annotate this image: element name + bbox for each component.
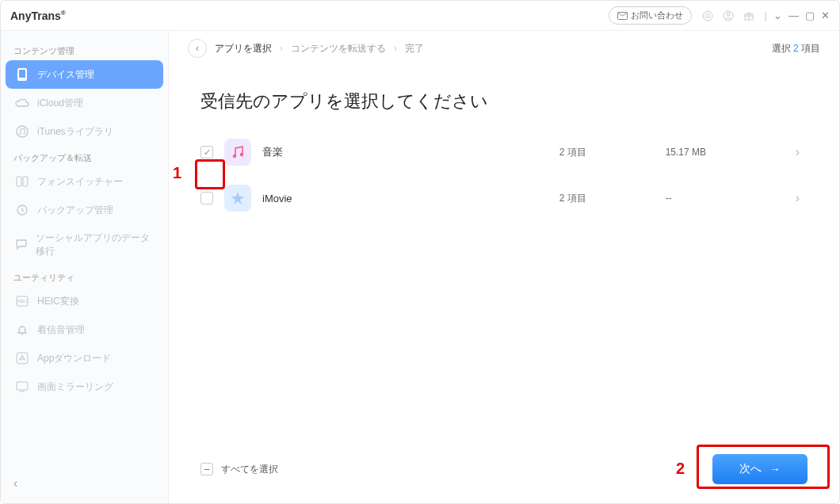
next-button[interactable]: 次へ → bbox=[712, 454, 808, 484]
app-name: 音楽 bbox=[262, 145, 548, 159]
main-panel: ‹ アプリを選択 › コンテンツを転送する › 完了 選択 2 項目 受信先のア… bbox=[169, 31, 839, 503]
imovie-icon bbox=[224, 185, 251, 212]
sidebar-item-icloud[interactable]: iCloud管理 bbox=[6, 89, 163, 117]
checkbox-music[interactable] bbox=[200, 146, 213, 158]
svg-point-18 bbox=[240, 153, 243, 156]
bell-icon bbox=[15, 323, 29, 337]
sidebar-item-phoneswitcher[interactable]: フォンスイッチャー bbox=[6, 167, 163, 196]
sidebar-label: フォンスイッチャー bbox=[37, 175, 123, 189]
svg-point-3 bbox=[727, 13, 730, 16]
cloud-icon bbox=[15, 96, 29, 110]
sidebar-item-device[interactable]: デバイス管理 bbox=[6, 60, 163, 89]
app-brand: AnyTrans® bbox=[10, 10, 66, 22]
itunes-icon bbox=[15, 124, 29, 139]
phone-switch-icon bbox=[15, 174, 29, 189]
svg-text:HEIC: HEIC bbox=[17, 299, 27, 304]
device-icon bbox=[15, 67, 29, 82]
maximize-button[interactable]: ▢ bbox=[805, 10, 815, 21]
footer: すべてを選択 次へ → bbox=[188, 440, 820, 503]
item-size: 15.17 MB bbox=[666, 147, 777, 158]
app-list: 音楽 2 項目 15.17 MB › iMovie 2 項目 -- › bbox=[188, 129, 820, 221]
svg-point-17 bbox=[233, 155, 236, 158]
chat-icon bbox=[15, 238, 28, 252]
titlebar: AnyTrans® お問い合わせ | ⌄ — ▢ ✕ bbox=[1, 1, 839, 31]
sidebar-item-heic[interactable]: HEIC HEIC変換 bbox=[6, 287, 163, 315]
crumb-step1: アプリを選択 bbox=[215, 42, 272, 55]
svg-point-7 bbox=[17, 126, 28, 137]
close-button[interactable]: ✕ bbox=[821, 10, 830, 21]
svg-rect-11 bbox=[23, 177, 28, 186]
sidebar: コンテンツ管理 デバイス管理 iCloud管理 iTunesライブラリ バックア… bbox=[1, 31, 169, 503]
minimize-button[interactable]: — bbox=[788, 10, 799, 21]
sidebar-section-utility: ユーティリティ bbox=[6, 265, 163, 287]
sidebar-label: Appダウンロード bbox=[37, 352, 111, 365]
window-controls: | ⌄ — ▢ ✕ bbox=[765, 10, 830, 21]
user-icon[interactable] bbox=[722, 10, 735, 22]
svg-point-1 bbox=[703, 11, 712, 21]
sidebar-item-appdownload[interactable]: Appダウンロード bbox=[6, 344, 163, 372]
mail-icon bbox=[617, 12, 628, 20]
mirror-icon bbox=[15, 380, 29, 394]
sidebar-item-mirroring[interactable]: 画面ミラーリング bbox=[6, 372, 163, 401]
svg-rect-16 bbox=[17, 382, 28, 390]
sidebar-label: HEIC変換 bbox=[37, 295, 79, 308]
svg-rect-10 bbox=[17, 177, 21, 186]
page-title: 受信先のアプリを選択してください bbox=[188, 66, 820, 129]
gift-icon[interactable] bbox=[743, 10, 755, 22]
sidebar-label: 着信音管理 bbox=[37, 323, 85, 337]
chevron-down-icon[interactable]: ⌄ bbox=[773, 10, 782, 21]
back-button[interactable]: ‹ bbox=[188, 39, 207, 58]
next-label: 次へ bbox=[739, 462, 762, 476]
list-row-imovie[interactable]: iMovie 2 項目 -- › bbox=[194, 175, 814, 221]
svg-point-9 bbox=[24, 132, 25, 134]
chevron-right-icon[interactable]: › bbox=[788, 191, 808, 205]
sidebar-label: デバイス管理 bbox=[37, 68, 94, 82]
item-count: 2 項目 bbox=[559, 146, 655, 159]
sidebar-label: 画面ミラーリング bbox=[37, 380, 113, 394]
sidebar-item-social[interactable]: ソーシャルアプリのデータ移行 bbox=[6, 224, 163, 265]
app-name: iMovie bbox=[262, 193, 548, 204]
contact-button[interactable]: お問い合わせ bbox=[609, 6, 692, 25]
sidebar-collapse[interactable]: ‹ bbox=[6, 472, 163, 495]
crumb-step2: コンテンツを転送する bbox=[291, 42, 386, 55]
annotation-number-1: 1 bbox=[173, 164, 181, 182]
bell-icon[interactable] bbox=[701, 10, 714, 22]
checkbox-imovie[interactable] bbox=[200, 192, 213, 204]
arrow-right-icon: → bbox=[769, 463, 781, 475]
sidebar-label: iTunesライブラリ bbox=[37, 125, 113, 139]
sidebar-item-ringtone[interactable]: 着信音管理 bbox=[6, 315, 163, 344]
breadcrumb-bar: ‹ アプリを選択 › コンテンツを転送する › 完了 選択 2 項目 bbox=[188, 31, 820, 66]
chevron-right-icon[interactable]: › bbox=[788, 145, 808, 159]
selection-count: 選択 2 項目 bbox=[772, 42, 820, 55]
sidebar-label: バックアップ管理 bbox=[37, 204, 113, 217]
backup-icon bbox=[15, 203, 29, 217]
sidebar-label: ソーシャルアプリのデータ移行 bbox=[36, 231, 154, 258]
sidebar-section-content: コンテンツ管理 bbox=[6, 39, 163, 60]
sidebar-label: iCloud管理 bbox=[37, 97, 83, 110]
titlebar-icons bbox=[701, 10, 755, 22]
svg-rect-6 bbox=[19, 70, 25, 78]
contact-label: お問い合わせ bbox=[631, 10, 683, 21]
crumb-step3: 完了 bbox=[405, 42, 424, 55]
list-row-music[interactable]: 音楽 2 項目 15.17 MB › bbox=[194, 129, 814, 175]
select-all-label: すべてを選択 bbox=[221, 463, 278, 476]
sidebar-item-itunes[interactable]: iTunesライブラリ bbox=[6, 117, 163, 146]
sidebar-item-backup[interactable]: バックアップ管理 bbox=[6, 196, 163, 224]
appstore-icon bbox=[15, 351, 29, 365]
svg-point-8 bbox=[20, 133, 21, 135]
item-size: -- bbox=[666, 193, 777, 204]
heic-icon: HEIC bbox=[15, 294, 29, 308]
select-all[interactable]: すべてを選択 bbox=[200, 463, 278, 476]
music-icon bbox=[224, 139, 251, 166]
checkbox-selectall[interactable] bbox=[200, 463, 213, 475]
sidebar-section-backup: バックアップ＆転送 bbox=[6, 146, 163, 167]
item-count: 2 項目 bbox=[559, 192, 655, 205]
